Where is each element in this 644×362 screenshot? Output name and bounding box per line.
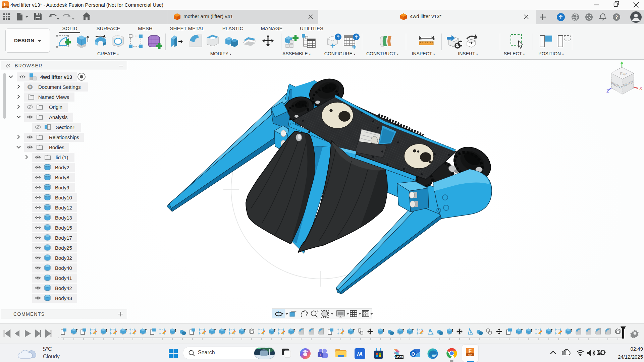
svg-text:⚙: ⚙	[27, 83, 33, 91]
svg-text:O: O	[412, 351, 415, 357]
svg-text:F: F	[469, 348, 472, 354]
svg-text:X: X	[639, 86, 642, 91]
svg-text:F: F	[4, 2, 7, 7]
svg-text:/A: /A	[357, 351, 363, 357]
svg-text:M365: M365	[395, 356, 403, 359]
svg-text:?: ?	[615, 14, 618, 20]
svg-text:T: T	[319, 353, 321, 357]
svg-text:FUS: FUS	[4, 7, 7, 8]
svg-text:FUS: FUS	[468, 354, 473, 356]
svg-text:Z: Z	[606, 88, 609, 94]
